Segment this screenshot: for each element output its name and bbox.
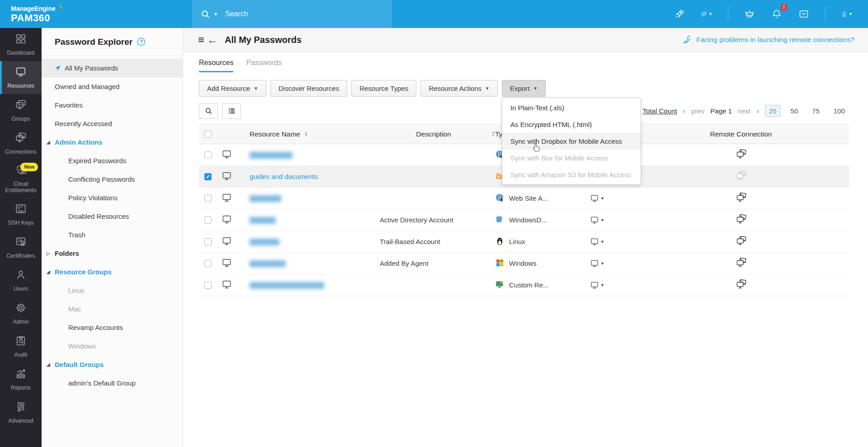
tree-item-recently-accessed[interactable]: Recently Accessed bbox=[42, 114, 183, 133]
row-checkbox[interactable]: ✓ bbox=[204, 173, 212, 180]
redacted-resource-name[interactable] bbox=[250, 217, 276, 224]
sidebar-item-dashboard[interactable]: Dashboard bbox=[0, 28, 42, 61]
bell-icon[interactable]: ! bbox=[771, 8, 783, 20]
redacted-resource-name[interactable] bbox=[250, 282, 324, 289]
remote-connection-icon[interactable] bbox=[736, 235, 747, 246]
tree-item-conflicting-passwords[interactable]: Conflicting Passwords bbox=[42, 170, 183, 188]
resource-actions-dropdown[interactable]: ▼ bbox=[590, 194, 633, 203]
tree-item-disabled-resources[interactable]: Disabled Resources bbox=[42, 207, 183, 226]
link-icon[interactable]: ▼ bbox=[701, 8, 712, 20]
row-checkbox[interactable] bbox=[204, 216, 212, 224]
sort-icons[interactable]: ▲▼ bbox=[491, 131, 495, 137]
caret-expanded-icon[interactable]: ◢ bbox=[47, 362, 50, 367]
tree-item-trash[interactable]: Trash bbox=[42, 226, 183, 244]
redacted-resource-name[interactable] bbox=[250, 195, 281, 202]
row-checkbox[interactable] bbox=[204, 151, 212, 159]
remote-connection-icon[interactable] bbox=[736, 279, 747, 290]
search-icon[interactable] bbox=[200, 9, 211, 19]
global-search-input[interactable]: ▼ Search bbox=[192, 0, 392, 28]
crown-icon[interactable] bbox=[744, 8, 755, 20]
row-checkbox[interactable] bbox=[204, 260, 212, 267]
tree-item-admin-actions[interactable]: ◢Admin Actions bbox=[42, 133, 183, 151]
caret-expanded-icon[interactable]: ◢ bbox=[47, 140, 50, 145]
resource-actions-dropdown[interactable]: ▼ bbox=[590, 216, 633, 225]
sidebar-item-advanced[interactable]: Advanced bbox=[0, 396, 42, 429]
remote-connection-icon[interactable] bbox=[736, 149, 747, 160]
row-checkbox[interactable] bbox=[204, 282, 212, 289]
redacted-resource-name[interactable] bbox=[250, 260, 286, 267]
tree-item-revamp-accounts[interactable]: Revamp Accounts bbox=[42, 318, 183, 337]
remote-connection-icon[interactable] bbox=[736, 257, 747, 268]
resource-types-button[interactable]: Resource Types bbox=[351, 80, 416, 97]
resource-actions-dropdown[interactable]: ▼ bbox=[590, 281, 633, 290]
export-menu-item-in-plain-text-xls[interactable]: In Plain-Text (.xls) bbox=[502, 99, 641, 116]
sidebar-item-cloud-entitlements[interactable]: NewCloud Entitlements bbox=[0, 160, 42, 198]
resource-actions-dropdown[interactable]: ▼ bbox=[590, 259, 633, 268]
tree-item-admin-s-default-group[interactable]: admin's Default Group bbox=[42, 374, 183, 392]
tree-item-policy-violations[interactable]: Policy Violations bbox=[42, 188, 183, 207]
column-header-description[interactable]: Description bbox=[416, 130, 451, 138]
prev-chevron-icon[interactable]: ‹ bbox=[683, 107, 685, 116]
redacted-resource-name[interactable] bbox=[250, 152, 292, 159]
tree-item-folders[interactable]: ▷Folders bbox=[42, 244, 183, 263]
resource-actions-dropdown[interactable]: ▼ bbox=[590, 237, 633, 246]
sidebar-item-connections[interactable]: Connections bbox=[0, 127, 42, 160]
sidebar-item-certificates[interactable]: Certificates bbox=[0, 231, 42, 264]
page-size-25[interactable]: 25 bbox=[765, 105, 781, 117]
brand-swirl-icon bbox=[56, 5, 62, 13]
remote-connection-icon[interactable] bbox=[736, 214, 747, 225]
tree-item-expired-passwords[interactable]: Expired Passwords bbox=[42, 151, 183, 170]
add-resource-button[interactable]: Add Resource▼ bbox=[199, 80, 266, 97]
rocket-icon[interactable] bbox=[674, 8, 685, 20]
row-checkbox[interactable] bbox=[204, 238, 212, 245]
sidebar-item-groups[interactable]: Groups bbox=[0, 94, 42, 127]
total-count-link[interactable]: Total Count bbox=[643, 107, 677, 115]
collapse-panel-icon[interactable]: ≡ bbox=[198, 34, 204, 45]
tree-item-mac[interactable]: Mac bbox=[42, 300, 183, 318]
mail-icon[interactable] bbox=[798, 8, 810, 20]
discover-resources-button[interactable]: Discover Resources bbox=[270, 80, 347, 97]
sidebar-item-admin[interactable]: Admin bbox=[0, 297, 42, 330]
sidebar-item-resources[interactable]: Resources bbox=[0, 61, 42, 94]
next-link[interactable]: next bbox=[738, 107, 750, 115]
tree-item-windows[interactable]: Windows bbox=[42, 337, 183, 355]
export-button[interactable]: Export▼ bbox=[502, 80, 546, 97]
help-circle-icon[interactable]: ? bbox=[137, 37, 146, 47]
column-chooser-button[interactable] bbox=[222, 103, 241, 119]
sidebar-item-audit[interactable]: Audit bbox=[0, 330, 42, 363]
tree-item-all-my-passwords[interactable]: All My Passwords bbox=[42, 59, 183, 77]
table-search-button[interactable] bbox=[199, 103, 218, 119]
resource-name-link[interactable]: guides and documents bbox=[250, 173, 318, 180]
tree-item-linux[interactable]: Linux bbox=[42, 281, 183, 300]
page-size-75[interactable]: 75 bbox=[808, 105, 824, 117]
sidebar-item-users[interactable]: Users bbox=[0, 264, 42, 297]
user-icon[interactable]: ▼ bbox=[841, 8, 853, 20]
page-size-50[interactable]: 50 bbox=[787, 105, 802, 117]
sort-icons[interactable]: ▲▼ bbox=[304, 132, 308, 138]
caret-expanded-icon[interactable]: ◢ bbox=[47, 269, 50, 274]
caret-collapsed-icon[interactable]: ▷ bbox=[47, 251, 50, 256]
sidebar-item-ssh-keys[interactable]: SSHSSH Keys bbox=[0, 198, 42, 231]
back-arrow-icon[interactable]: ← bbox=[207, 35, 217, 45]
sidebar-item-reports[interactable]: Reports bbox=[0, 363, 42, 396]
remote-connection-icon[interactable] bbox=[736, 192, 747, 203]
column-header-resource-name[interactable]: Resource Name bbox=[250, 130, 300, 138]
export-menu-item-sync-with-dropbox-for-mobile-access[interactable]: Sync with Dropbox for Mobile Access bbox=[502, 133, 641, 150]
search-scope-caret-icon[interactable]: ▼ bbox=[213, 12, 218, 17]
tree-item-resource-groups[interactable]: ◢Resource Groups bbox=[42, 263, 183, 281]
redacted-resource-name[interactable] bbox=[250, 239, 279, 245]
next-chevron-icon[interactable]: › bbox=[756, 107, 759, 116]
tree-item-owned-and-managed[interactable]: Owned and Managed bbox=[42, 77, 183, 96]
tab-resources[interactable]: Resources bbox=[199, 59, 233, 72]
page-size-100[interactable]: 100 bbox=[830, 105, 849, 117]
prev-link[interactable]: prev bbox=[691, 107, 704, 115]
tree-item-favorites[interactable]: Favorites bbox=[42, 96, 183, 114]
tree-item-default-groups[interactable]: ◢Default Groups bbox=[42, 355, 183, 374]
select-all-checkbox[interactable] bbox=[204, 131, 212, 138]
row-checkbox[interactable] bbox=[204, 195, 212, 202]
resource-actions-button[interactable]: Resource Actions▼ bbox=[420, 80, 498, 97]
remote-connection-help-link[interactable]: Facing problems in launching remote conn… bbox=[682, 35, 854, 45]
export-menu-item-as-encrypted-html-html[interactable]: As Encrypted HTML (.html) bbox=[502, 116, 641, 133]
tab-passwords[interactable]: Passwords bbox=[246, 59, 281, 72]
remote-connection-icon[interactable] bbox=[736, 170, 747, 181]
